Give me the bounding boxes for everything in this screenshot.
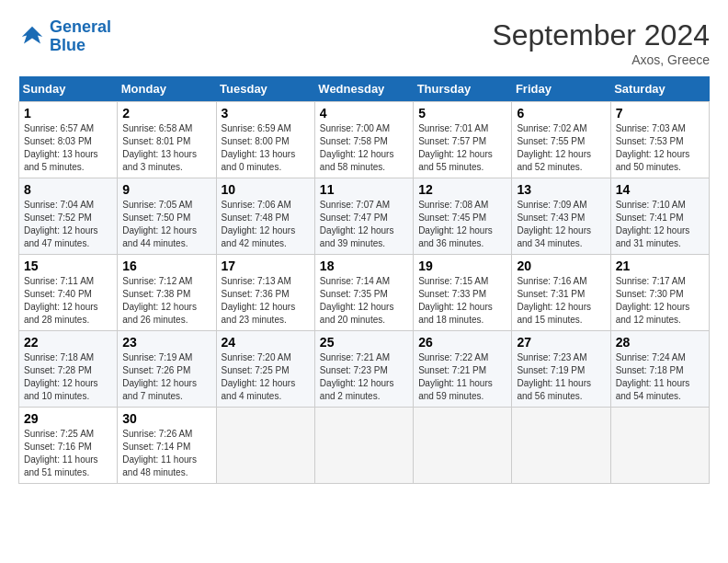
calendar-day-cell: 29Sunrise: 7:25 AMSunset: 7:16 PMDayligh… bbox=[19, 408, 118, 484]
day-number: 7 bbox=[616, 106, 704, 121]
weekday-header: Monday bbox=[118, 76, 216, 102]
logo-icon bbox=[18, 23, 46, 51]
calendar-day-cell: 15Sunrise: 7:11 AMSunset: 7:40 PMDayligh… bbox=[19, 255, 118, 331]
calendar-week-row: 29Sunrise: 7:25 AMSunset: 7:16 PMDayligh… bbox=[19, 408, 710, 484]
calendar-day-cell: 3Sunrise: 6:59 AMSunset: 8:00 PMDaylight… bbox=[216, 102, 314, 178]
weekday-header: Friday bbox=[512, 76, 610, 102]
day-number: 9 bbox=[122, 182, 210, 197]
day-info: Sunrise: 7:00 AMSunset: 7:58 PMDaylight:… bbox=[320, 122, 408, 174]
calendar-day-cell: 10Sunrise: 7:06 AMSunset: 7:48 PMDayligh… bbox=[216, 178, 314, 255]
day-number: 6 bbox=[517, 106, 605, 121]
weekday-header: Sunday bbox=[19, 76, 118, 102]
day-number: 30 bbox=[122, 411, 210, 426]
day-info: Sunrise: 7:26 AMSunset: 7:14 PMDaylight:… bbox=[122, 428, 210, 479]
calendar-week-row: 8Sunrise: 7:04 AMSunset: 7:52 PMDaylight… bbox=[19, 178, 710, 255]
calendar-day-cell: 2Sunrise: 6:58 AMSunset: 8:01 PMDaylight… bbox=[118, 102, 216, 178]
calendar-day-cell: 25Sunrise: 7:21 AMSunset: 7:23 PMDayligh… bbox=[314, 331, 413, 408]
day-info: Sunrise: 6:59 AMSunset: 8:00 PMDaylight:… bbox=[222, 122, 310, 174]
calendar-day-cell: 7Sunrise: 7:03 AMSunset: 7:53 PMDaylight… bbox=[610, 102, 709, 178]
day-number: 12 bbox=[418, 182, 506, 197]
day-number: 11 bbox=[320, 182, 408, 197]
day-info: Sunrise: 7:13 AMSunset: 7:36 PMDaylight:… bbox=[222, 275, 310, 327]
calendar-day-cell: 22Sunrise: 7:18 AMSunset: 7:28 PMDayligh… bbox=[19, 331, 118, 408]
day-number: 8 bbox=[24, 182, 112, 197]
weekday-header-row: SundayMondayTuesdayWednesdayThursdayFrid… bbox=[19, 76, 710, 102]
day-number: 21 bbox=[616, 259, 704, 273]
day-info: Sunrise: 7:07 AMSunset: 7:47 PMDaylight:… bbox=[320, 199, 408, 250]
logo: General Blue bbox=[18, 18, 111, 55]
month-title: September 2024 bbox=[492, 18, 710, 52]
empty-cell bbox=[512, 408, 610, 484]
calendar-day-cell: 14Sunrise: 7:10 AMSunset: 7:41 PMDayligh… bbox=[610, 178, 709, 255]
day-number: 10 bbox=[222, 182, 310, 197]
calendar-day-cell: 20Sunrise: 7:16 AMSunset: 7:31 PMDayligh… bbox=[512, 255, 610, 331]
day-info: Sunrise: 7:19 AMSunset: 7:26 PMDaylight:… bbox=[122, 351, 210, 403]
day-info: Sunrise: 7:16 AMSunset: 7:31 PMDaylight:… bbox=[517, 275, 605, 327]
day-info: Sunrise: 7:10 AMSunset: 7:41 PMDaylight:… bbox=[616, 199, 704, 250]
calendar-day-cell: 5Sunrise: 7:01 AMSunset: 7:57 PMDaylight… bbox=[414, 102, 512, 178]
day-number: 17 bbox=[222, 259, 310, 273]
day-info: Sunrise: 7:24 AMSunset: 7:18 PMDaylight:… bbox=[616, 351, 704, 403]
day-info: Sunrise: 7:14 AMSunset: 7:35 PMDaylight:… bbox=[320, 275, 408, 327]
day-info: Sunrise: 6:58 AMSunset: 8:01 PMDaylight:… bbox=[122, 122, 210, 174]
day-number: 19 bbox=[418, 259, 506, 273]
day-number: 2 bbox=[122, 106, 210, 121]
day-number: 13 bbox=[517, 182, 605, 197]
logo-text: General Blue bbox=[50, 18, 111, 55]
calendar-day-cell: 19Sunrise: 7:15 AMSunset: 7:33 PMDayligh… bbox=[414, 255, 512, 331]
day-number: 22 bbox=[24, 335, 112, 350]
calendar-day-cell: 13Sunrise: 7:09 AMSunset: 7:43 PMDayligh… bbox=[512, 178, 610, 255]
day-number: 20 bbox=[517, 259, 605, 273]
day-info: Sunrise: 7:08 AMSunset: 7:45 PMDaylight:… bbox=[418, 199, 506, 250]
calendar-week-row: 22Sunrise: 7:18 AMSunset: 7:28 PMDayligh… bbox=[19, 331, 710, 408]
empty-cell bbox=[216, 408, 314, 484]
calendar-day-cell: 4Sunrise: 7:00 AMSunset: 7:58 PMDaylight… bbox=[314, 102, 413, 178]
calendar-day-cell: 30Sunrise: 7:26 AMSunset: 7:14 PMDayligh… bbox=[118, 408, 216, 484]
day-number: 27 bbox=[517, 335, 605, 350]
weekday-header: Wednesday bbox=[314, 76, 413, 102]
day-number: 28 bbox=[616, 335, 704, 350]
day-number: 25 bbox=[320, 335, 408, 350]
day-info: Sunrise: 7:23 AMSunset: 7:19 PMDaylight:… bbox=[517, 351, 605, 403]
calendar-day-cell: 8Sunrise: 7:04 AMSunset: 7:52 PMDaylight… bbox=[19, 178, 118, 255]
day-number: 16 bbox=[122, 259, 210, 273]
calendar-week-row: 1Sunrise: 6:57 AMSunset: 8:03 PMDaylight… bbox=[19, 102, 710, 178]
empty-cell bbox=[314, 408, 413, 484]
page-header: General Blue September 2024 Axos, Greece bbox=[18, 18, 710, 67]
day-info: Sunrise: 6:57 AMSunset: 8:03 PMDaylight:… bbox=[24, 122, 112, 174]
weekday-header: Saturday bbox=[610, 76, 709, 102]
calendar-day-cell: 17Sunrise: 7:13 AMSunset: 7:36 PMDayligh… bbox=[216, 255, 314, 331]
calendar-day-cell: 16Sunrise: 7:12 AMSunset: 7:38 PMDayligh… bbox=[118, 255, 216, 331]
day-number: 1 bbox=[24, 106, 112, 121]
calendar-day-cell: 23Sunrise: 7:19 AMSunset: 7:26 PMDayligh… bbox=[118, 331, 216, 408]
day-info: Sunrise: 7:05 AMSunset: 7:50 PMDaylight:… bbox=[122, 199, 210, 250]
calendar-day-cell: 1Sunrise: 6:57 AMSunset: 8:03 PMDaylight… bbox=[19, 102, 118, 178]
day-number: 14 bbox=[616, 182, 704, 197]
day-info: Sunrise: 7:02 AMSunset: 7:55 PMDaylight:… bbox=[517, 122, 605, 174]
calendar-day-cell: 24Sunrise: 7:20 AMSunset: 7:25 PMDayligh… bbox=[216, 331, 314, 408]
calendar-day-cell: 28Sunrise: 7:24 AMSunset: 7:18 PMDayligh… bbox=[610, 331, 709, 408]
weekday-header: Tuesday bbox=[216, 76, 314, 102]
day-info: Sunrise: 7:15 AMSunset: 7:33 PMDaylight:… bbox=[418, 275, 506, 327]
day-number: 29 bbox=[24, 411, 112, 426]
day-info: Sunrise: 7:12 AMSunset: 7:38 PMDaylight:… bbox=[122, 275, 210, 327]
calendar-week-row: 15Sunrise: 7:11 AMSunset: 7:40 PMDayligh… bbox=[19, 255, 710, 331]
calendar-day-cell: 12Sunrise: 7:08 AMSunset: 7:45 PMDayligh… bbox=[414, 178, 512, 255]
day-number: 4 bbox=[320, 106, 408, 121]
day-number: 18 bbox=[320, 259, 408, 273]
calendar-day-cell: 18Sunrise: 7:14 AMSunset: 7:35 PMDayligh… bbox=[314, 255, 413, 331]
day-info: Sunrise: 7:11 AMSunset: 7:40 PMDaylight:… bbox=[24, 275, 112, 327]
calendar-day-cell: 6Sunrise: 7:02 AMSunset: 7:55 PMDaylight… bbox=[512, 102, 610, 178]
calendar-day-cell: 11Sunrise: 7:07 AMSunset: 7:47 PMDayligh… bbox=[314, 178, 413, 255]
empty-cell bbox=[610, 408, 709, 484]
day-info: Sunrise: 7:17 AMSunset: 7:30 PMDaylight:… bbox=[616, 275, 704, 327]
day-info: Sunrise: 7:21 AMSunset: 7:23 PMDaylight:… bbox=[320, 351, 408, 403]
day-info: Sunrise: 7:22 AMSunset: 7:21 PMDaylight:… bbox=[418, 351, 506, 403]
day-info: Sunrise: 7:04 AMSunset: 7:52 PMDaylight:… bbox=[24, 199, 112, 250]
day-number: 15 bbox=[24, 259, 112, 273]
calendar-day-cell: 26Sunrise: 7:22 AMSunset: 7:21 PMDayligh… bbox=[414, 331, 512, 408]
day-info: Sunrise: 7:03 AMSunset: 7:53 PMDaylight:… bbox=[616, 122, 704, 174]
day-number: 5 bbox=[418, 106, 506, 121]
svg-marker-0 bbox=[22, 27, 43, 44]
calendar-day-cell: 27Sunrise: 7:23 AMSunset: 7:19 PMDayligh… bbox=[512, 331, 610, 408]
